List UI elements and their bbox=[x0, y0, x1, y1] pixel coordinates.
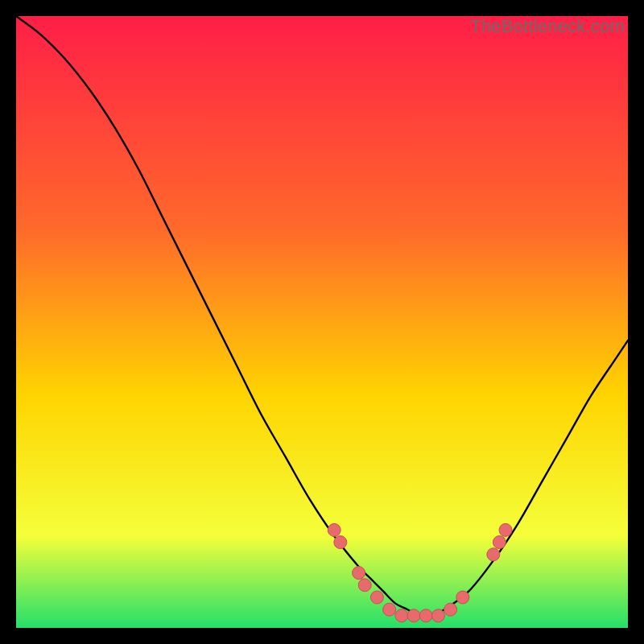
marker-point bbox=[353, 567, 365, 580]
marker-point bbox=[328, 523, 341, 536]
marker-point bbox=[487, 548, 500, 561]
marker-point bbox=[493, 536, 506, 549]
chart-frame: TheBottleneck.com bbox=[16, 16, 628, 628]
marker-point bbox=[444, 603, 457, 616]
gradient-background bbox=[16, 16, 628, 628]
marker-point bbox=[431, 609, 444, 622]
marker-point bbox=[334, 536, 347, 549]
watermark-text: TheBottleneck.com bbox=[470, 16, 625, 37]
plot-svg bbox=[16, 16, 628, 628]
marker-point bbox=[370, 591, 383, 604]
marker-point bbox=[383, 603, 396, 616]
marker-point bbox=[407, 609, 420, 622]
marker-point bbox=[395, 609, 408, 622]
marker-point bbox=[499, 523, 512, 536]
marker-point bbox=[419, 609, 432, 622]
marker-point bbox=[358, 579, 371, 592]
marker-point bbox=[456, 591, 469, 604]
